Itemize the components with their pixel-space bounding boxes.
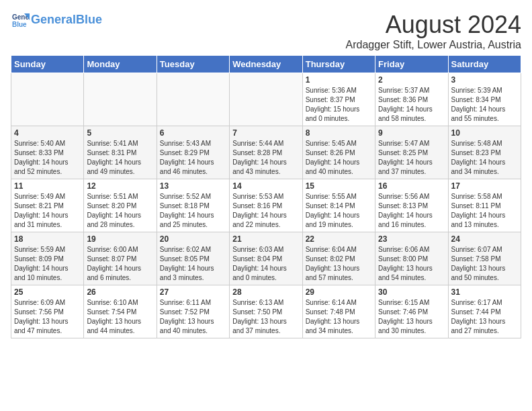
day-number: 4 [14, 128, 81, 138]
day-number: 13 [160, 181, 226, 191]
calendar-cell: 30Sunrise: 6:15 AM Sunset: 7:46 PM Dayli… [375, 285, 448, 338]
calendar-title-area: August 2024 Ardagger Stift, Lower Austri… [346, 11, 521, 51]
day-info: Sunrise: 5:36 AM Sunset: 8:37 PM Dayligh… [306, 86, 372, 124]
day-number: 26 [87, 287, 153, 297]
day-number: 23 [378, 234, 445, 244]
day-info: Sunrise: 6:13 AM Sunset: 7:50 PM Dayligh… [232, 298, 299, 336]
calendar-cell: 4Sunrise: 5:40 AM Sunset: 8:33 PM Daylig… [11, 126, 84, 179]
day-number: 8 [306, 128, 372, 138]
day-info: Sunrise: 5:41 AM Sunset: 8:31 PM Dayligh… [87, 139, 153, 177]
calendar-cell: 23Sunrise: 6:06 AM Sunset: 8:00 PM Dayli… [375, 232, 448, 285]
day-number: 7 [232, 128, 299, 138]
calendar-cell: 28Sunrise: 6:13 AM Sunset: 7:50 PM Dayli… [230, 285, 302, 338]
calendar-cell [157, 73, 229, 126]
weekday-header-row: SundayMondayTuesdayWednesdayThursdayFrid… [11, 56, 521, 73]
day-number: 17 [451, 181, 518, 191]
day-number: 24 [451, 234, 518, 244]
calendar-cell: 11Sunrise: 5:49 AM Sunset: 8:21 PM Dayli… [11, 179, 84, 232]
day-number: 14 [232, 181, 299, 191]
calendar-cell: 10Sunrise: 5:48 AM Sunset: 8:23 PM Dayli… [448, 126, 521, 179]
day-info: Sunrise: 5:44 AM Sunset: 8:28 PM Dayligh… [232, 139, 299, 177]
logo-general: General [31, 13, 76, 26]
day-info: Sunrise: 6:03 AM Sunset: 8:04 PM Dayligh… [232, 245, 299, 283]
calendar-week-5: 25Sunrise: 6:09 AM Sunset: 7:56 PM Dayli… [11, 285, 521, 338]
logo-icon: General Blue [11, 11, 30, 30]
calendar-body: 1Sunrise: 5:36 AM Sunset: 8:37 PM Daylig… [11, 73, 521, 338]
calendar-table: SundayMondayTuesdayWednesdayThursdayFrid… [11, 55, 521, 338]
logo: General Blue GeneralBlue [11, 11, 102, 30]
day-number: 22 [306, 234, 372, 244]
day-number: 3 [451, 75, 518, 85]
calendar-cell: 6Sunrise: 5:43 AM Sunset: 8:29 PM Daylig… [157, 126, 229, 179]
day-number: 9 [378, 128, 445, 138]
day-info: Sunrise: 5:56 AM Sunset: 8:13 PM Dayligh… [378, 192, 445, 230]
day-number: 2 [378, 75, 445, 85]
calendar-cell: 22Sunrise: 6:04 AM Sunset: 8:02 PM Dayli… [302, 232, 375, 285]
svg-text:Blue: Blue [12, 21, 27, 28]
calendar-week-3: 11Sunrise: 5:49 AM Sunset: 8:21 PM Dayli… [11, 179, 521, 232]
day-info: Sunrise: 5:58 AM Sunset: 8:11 PM Dayligh… [451, 192, 518, 230]
calendar-cell: 29Sunrise: 6:14 AM Sunset: 7:48 PM Dayli… [302, 285, 375, 338]
weekday-header-tuesday: Tuesday [157, 56, 229, 73]
day-info: Sunrise: 5:43 AM Sunset: 8:29 PM Dayligh… [160, 139, 226, 177]
calendar-cell: 1Sunrise: 5:36 AM Sunset: 8:37 PM Daylig… [302, 73, 375, 126]
calendar-week-4: 18Sunrise: 5:59 AM Sunset: 8:09 PM Dayli… [11, 232, 521, 285]
calendar-cell: 9Sunrise: 5:47 AM Sunset: 8:25 PM Daylig… [375, 126, 448, 179]
day-number: 31 [451, 287, 518, 297]
day-info: Sunrise: 5:59 AM Sunset: 8:09 PM Dayligh… [14, 245, 81, 283]
day-info: Sunrise: 5:51 AM Sunset: 8:20 PM Dayligh… [87, 192, 153, 230]
day-number: 1 [306, 75, 372, 85]
day-info: Sunrise: 5:40 AM Sunset: 8:33 PM Dayligh… [14, 139, 81, 177]
calendar-cell: 19Sunrise: 6:00 AM Sunset: 8:07 PM Dayli… [84, 232, 157, 285]
day-number: 19 [87, 234, 153, 244]
day-info: Sunrise: 6:07 AM Sunset: 7:58 PM Dayligh… [451, 245, 518, 283]
day-info: Sunrise: 5:39 AM Sunset: 8:34 PM Dayligh… [451, 86, 518, 124]
weekday-header-wednesday: Wednesday [230, 56, 302, 73]
weekday-header-thursday: Thursday [302, 56, 375, 73]
day-info: Sunrise: 5:53 AM Sunset: 8:16 PM Dayligh… [232, 192, 299, 230]
day-info: Sunrise: 5:52 AM Sunset: 8:18 PM Dayligh… [160, 192, 226, 230]
calendar-cell: 26Sunrise: 6:10 AM Sunset: 7:54 PM Dayli… [84, 285, 157, 338]
day-number: 21 [232, 234, 299, 244]
weekday-header-monday: Monday [84, 56, 157, 73]
calendar-cell: 3Sunrise: 5:39 AM Sunset: 8:34 PM Daylig… [448, 73, 521, 126]
calendar-header: SundayMondayTuesdayWednesdayThursdayFrid… [11, 56, 521, 73]
weekday-header-saturday: Saturday [448, 56, 521, 73]
day-info: Sunrise: 6:17 AM Sunset: 7:44 PM Dayligh… [451, 298, 518, 336]
day-number: 5 [87, 128, 153, 138]
calendar-cell: 14Sunrise: 5:53 AM Sunset: 8:16 PM Dayli… [230, 179, 302, 232]
day-number: 18 [14, 234, 81, 244]
day-info: Sunrise: 5:49 AM Sunset: 8:21 PM Dayligh… [14, 192, 81, 230]
calendar-cell: 21Sunrise: 6:03 AM Sunset: 8:04 PM Dayli… [230, 232, 302, 285]
calendar-cell: 17Sunrise: 5:58 AM Sunset: 8:11 PM Dayli… [448, 179, 521, 232]
calendar-cell: 25Sunrise: 6:09 AM Sunset: 7:56 PM Dayli… [11, 285, 84, 338]
calendar-title: August 2024 [346, 11, 521, 39]
calendar-cell: 24Sunrise: 6:07 AM Sunset: 7:58 PM Dayli… [448, 232, 521, 285]
day-info: Sunrise: 6:09 AM Sunset: 7:56 PM Dayligh… [14, 298, 81, 336]
weekday-header-friday: Friday [375, 56, 448, 73]
day-info: Sunrise: 6:10 AM Sunset: 7:54 PM Dayligh… [87, 298, 153, 336]
day-number: 6 [160, 128, 226, 138]
day-info: Sunrise: 6:02 AM Sunset: 8:05 PM Dayligh… [160, 245, 226, 283]
day-number: 20 [160, 234, 226, 244]
day-info: Sunrise: 5:45 AM Sunset: 8:26 PM Dayligh… [306, 139, 372, 177]
day-number: 27 [160, 287, 226, 297]
calendar-cell: 13Sunrise: 5:52 AM Sunset: 8:18 PM Dayli… [157, 179, 229, 232]
day-info: Sunrise: 5:47 AM Sunset: 8:25 PM Dayligh… [378, 139, 445, 177]
day-info: Sunrise: 6:15 AM Sunset: 7:46 PM Dayligh… [378, 298, 445, 336]
day-info: Sunrise: 6:06 AM Sunset: 8:00 PM Dayligh… [378, 245, 445, 283]
calendar-subtitle: Ardagger Stift, Lower Austria, Austria [346, 39, 521, 51]
calendar-cell: 7Sunrise: 5:44 AM Sunset: 8:28 PM Daylig… [230, 126, 302, 179]
day-info: Sunrise: 6:11 AM Sunset: 7:52 PM Dayligh… [160, 298, 226, 336]
weekday-header-sunday: Sunday [11, 56, 84, 73]
calendar-cell: 8Sunrise: 5:45 AM Sunset: 8:26 PM Daylig… [302, 126, 375, 179]
logo-text: GeneralBlue [31, 13, 102, 27]
day-number: 29 [306, 287, 372, 297]
calendar-cell: 15Sunrise: 5:55 AM Sunset: 8:14 PM Dayli… [302, 179, 375, 232]
calendar-week-2: 4Sunrise: 5:40 AM Sunset: 8:33 PM Daylig… [11, 126, 521, 179]
day-number: 30 [378, 287, 445, 297]
page-header: General Blue GeneralBlue August 2024 Ard… [11, 11, 521, 51]
calendar-cell: 2Sunrise: 5:37 AM Sunset: 8:36 PM Daylig… [375, 73, 448, 126]
calendar-cell [11, 73, 84, 126]
calendar-cell [84, 73, 157, 126]
